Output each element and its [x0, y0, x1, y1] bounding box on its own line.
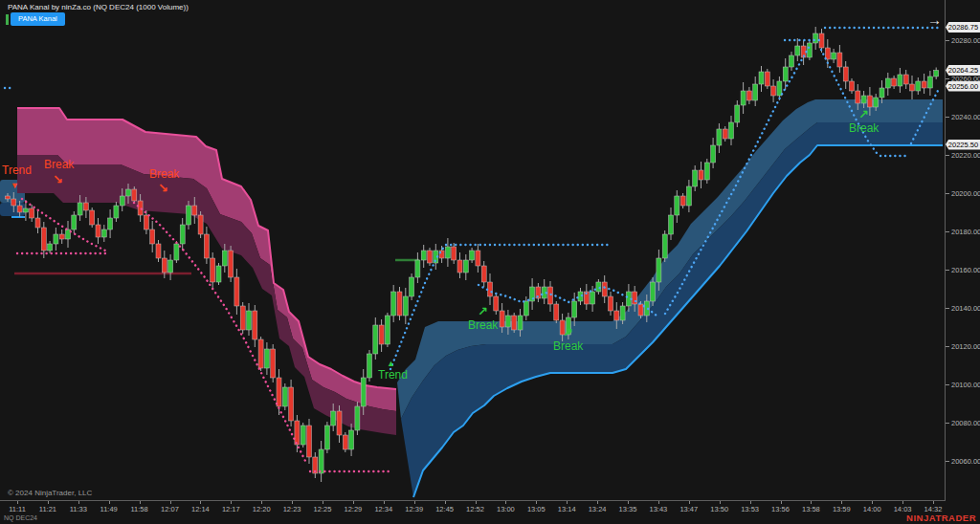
instrument-tab[interactable]: NQ DEC24	[4, 514, 37, 521]
time-tick-mark	[689, 501, 690, 504]
candle-body	[771, 86, 776, 96]
candle-body	[614, 311, 619, 320]
break-arrow-icon: ↗	[858, 107, 869, 121]
time-tick-mark	[384, 501, 385, 504]
candle-body	[903, 75, 908, 84]
trend-arrow-icon: ▲	[387, 359, 395, 368]
candle-body	[289, 387, 294, 421]
candle-body	[476, 251, 480, 266]
candle-body	[216, 266, 221, 282]
time-tick-mark	[109, 501, 110, 504]
candle-body	[324, 426, 329, 449]
time-tick-label: 11:58	[130, 505, 147, 513]
candle-body	[192, 206, 197, 215]
price-tick-label: 20140.00	[951, 304, 980, 313]
candle-body	[590, 292, 595, 304]
candle-body	[108, 218, 113, 229]
price-axis[interactable]: 20280.0020260.0020240.0020220.0020200.00…	[945, 0, 980, 501]
candle-body	[90, 210, 95, 225]
price-tick-mark	[946, 308, 949, 309]
time-tick-mark	[658, 501, 659, 504]
time-tick-label: 12:14	[191, 505, 210, 513]
break-arrow-icon: ↘	[53, 172, 63, 186]
time-axis[interactable]: 11:1111:2111:3311:4911:5812:0712:1412:17…	[0, 500, 945, 524]
candle-body	[222, 251, 227, 266]
break-arrow-icon: ↘	[158, 181, 168, 195]
time-tick-mark	[567, 501, 568, 504]
time-tick-mark	[323, 501, 323, 504]
time-tick-mark	[750, 501, 751, 504]
candle-body	[934, 71, 939, 77]
time-tick-label: 11:33	[70, 505, 87, 513]
time-tick-label: 13:35	[619, 505, 637, 513]
price-tick-mark	[946, 193, 949, 194]
price-tick-mark	[946, 270, 949, 271]
candle-body	[874, 98, 879, 107]
candle-body	[397, 292, 402, 316]
candle-body	[813, 33, 818, 43]
candle-body	[337, 411, 342, 435]
price-tick-mark	[946, 117, 949, 118]
time-tick-mark	[231, 501, 232, 504]
candle-body	[247, 311, 252, 330]
candle-body	[518, 316, 523, 330]
time-tick-label: 13:24	[589, 505, 607, 513]
candle-body	[729, 122, 734, 139]
time-tick-mark	[476, 501, 477, 504]
time-tick-label: 11:49	[100, 505, 118, 513]
candle-body	[741, 91, 746, 105]
candle-body	[17, 206, 22, 212]
candle-body	[651, 282, 656, 301]
candle-body	[481, 266, 486, 282]
candle-body	[735, 105, 740, 122]
candle-body	[885, 78, 890, 88]
candle-body	[837, 53, 842, 67]
candle-body	[850, 81, 855, 91]
time-tick-mark	[811, 501, 812, 504]
candle-body	[783, 67, 788, 81]
candle-body	[861, 96, 866, 103]
time-tick-label: 13:05	[527, 505, 546, 513]
candle-body	[319, 449, 323, 473]
candle-body	[602, 282, 607, 296]
time-tick-mark	[597, 501, 598, 504]
price-chart-canvas[interactable]: Trend▼Break↘Break↘Trend▲Break↗Break↗Brea…	[0, 0, 945, 501]
candle-body	[120, 196, 124, 206]
candle-body	[144, 215, 148, 229]
candle-body	[187, 206, 191, 225]
candle-body	[114, 206, 119, 218]
go-to-latest-arrow-icon[interactable]: →	[927, 11, 942, 28]
candle-body	[253, 311, 257, 339]
price-marker-tag: 20264.25	[946, 65, 980, 76]
break-label: Break	[149, 167, 180, 181]
candle-body	[240, 306, 245, 330]
candle-body	[264, 349, 269, 368]
candle-body	[620, 306, 625, 320]
time-tick-mark	[628, 501, 629, 504]
candle-body	[927, 76, 932, 88]
candle-body	[457, 260, 462, 273]
candle-body	[48, 244, 53, 251]
candle-body	[898, 75, 902, 86]
price-tick-mark	[946, 346, 949, 347]
candle-body	[410, 277, 414, 296]
candle-body	[54, 234, 58, 244]
time-tick-label: 13:56	[771, 505, 790, 513]
candle-body	[180, 225, 185, 244]
price-tick-label: 20060.00	[951, 457, 980, 466]
candle-body	[505, 316, 510, 327]
price-marker-tag: 20286.75	[946, 22, 980, 33]
candle-body	[795, 46, 800, 55]
candle-body	[523, 301, 528, 316]
candle-body	[470, 251, 475, 260]
break-label: Break	[44, 158, 75, 171]
candle-body	[379, 325, 384, 344]
candle-body	[35, 218, 40, 228]
time-tick-label: 13:59	[833, 505, 851, 513]
candle-body	[922, 81, 926, 88]
candle-body	[675, 196, 679, 215]
trend-arrow-icon: ▼	[11, 181, 19, 190]
candle-body	[662, 234, 667, 258]
candle-body	[421, 251, 426, 260]
time-tick-mark	[17, 501, 18, 504]
